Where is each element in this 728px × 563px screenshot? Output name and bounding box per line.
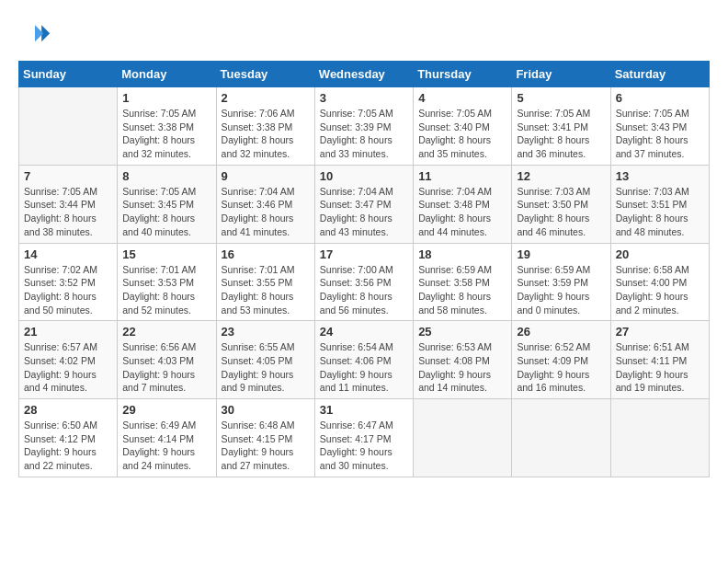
day-cell: 5Sunrise: 7:05 AM Sunset: 3:41 PM Daylig…	[512, 87, 610, 166]
day-cell: 1Sunrise: 7:05 AM Sunset: 3:38 PM Daylig…	[118, 87, 216, 166]
day-info: Sunrise: 7:05 AM Sunset: 3:40 PM Dayligh…	[418, 107, 506, 161]
day-number: 16	[222, 247, 310, 261]
day-cell: 3Sunrise: 7:05 AM Sunset: 3:39 PM Daylig…	[314, 87, 413, 166]
week-row-3: 14Sunrise: 7:02 AM Sunset: 3:52 PM Dayli…	[19, 243, 710, 321]
day-info: Sunrise: 6:50 AM Sunset: 4:12 PM Dayligh…	[24, 419, 112, 473]
day-number: 21	[24, 325, 112, 339]
day-info: Sunrise: 7:01 AM Sunset: 3:55 PM Dayligh…	[222, 263, 310, 317]
day-cell: 16Sunrise: 7:01 AM Sunset: 3:55 PM Dayli…	[216, 243, 314, 321]
day-cell: 17Sunrise: 7:00 AM Sunset: 3:56 PM Dayli…	[314, 243, 413, 321]
day-cell: 4Sunrise: 7:05 AM Sunset: 3:40 PM Daylig…	[414, 87, 512, 166]
day-info: Sunrise: 7:05 AM Sunset: 3:44 PM Dayligh…	[24, 185, 112, 239]
page-header	[18, 18, 710, 52]
day-cell: 28Sunrise: 6:50 AM Sunset: 4:12 PM Dayli…	[19, 399, 118, 477]
day-info: Sunrise: 6:59 AM Sunset: 3:59 PM Dayligh…	[517, 263, 605, 317]
day-number: 29	[122, 403, 210, 417]
header-monday: Monday	[118, 62, 216, 87]
week-row-1: 1Sunrise: 7:05 AM Sunset: 3:38 PM Daylig…	[19, 87, 710, 166]
day-number: 24	[320, 325, 408, 339]
day-info: Sunrise: 6:47 AM Sunset: 4:17 PM Dayligh…	[320, 419, 408, 473]
week-row-4: 21Sunrise: 6:57 AM Sunset: 4:02 PM Dayli…	[19, 321, 710, 399]
week-row-2: 7Sunrise: 7:05 AM Sunset: 3:44 PM Daylig…	[19, 165, 710, 243]
day-number: 8	[122, 169, 210, 183]
calendar-table: SundayMondayTuesdayWednesdayThursdayFrid…	[18, 61, 710, 477]
day-number: 11	[418, 169, 506, 183]
header-saturday: Saturday	[610, 62, 709, 87]
day-number: 9	[222, 169, 310, 183]
day-cell: 8Sunrise: 7:05 AM Sunset: 3:45 PM Daylig…	[118, 165, 216, 243]
day-info: Sunrise: 6:56 AM Sunset: 4:03 PM Dayligh…	[122, 340, 210, 395]
day-info: Sunrise: 7:00 AM Sunset: 3:56 PM Dayligh…	[320, 263, 408, 317]
day-cell: 30Sunrise: 6:48 AM Sunset: 4:15 PM Dayli…	[216, 399, 314, 477]
day-cell: 25Sunrise: 6:53 AM Sunset: 4:08 PM Dayli…	[414, 321, 512, 399]
day-number: 5	[517, 91, 605, 105]
day-number: 3	[320, 91, 408, 105]
day-cell: 12Sunrise: 7:03 AM Sunset: 3:50 PM Dayli…	[512, 165, 610, 243]
day-number: 7	[24, 169, 112, 183]
week-row-5: 28Sunrise: 6:50 AM Sunset: 4:12 PM Dayli…	[19, 399, 710, 477]
day-info: Sunrise: 7:01 AM Sunset: 3:53 PM Dayligh…	[122, 263, 210, 317]
day-number: 18	[418, 247, 506, 261]
day-number: 20	[616, 247, 704, 261]
header-wednesday: Wednesday	[314, 62, 413, 87]
day-cell: 13Sunrise: 7:03 AM Sunset: 3:51 PM Dayli…	[610, 165, 709, 243]
day-info: Sunrise: 6:58 AM Sunset: 4:00 PM Dayligh…	[616, 263, 704, 317]
day-info: Sunrise: 6:48 AM Sunset: 4:15 PM Dayligh…	[222, 419, 310, 473]
day-number: 28	[24, 403, 112, 417]
header-thursday: Thursday	[414, 62, 512, 87]
day-number: 1	[122, 91, 210, 105]
header-friday: Friday	[512, 62, 610, 87]
day-cell: 19Sunrise: 6:59 AM Sunset: 3:59 PM Dayli…	[512, 243, 610, 321]
day-cell: 27Sunrise: 6:51 AM Sunset: 4:11 PM Dayli…	[610, 321, 709, 399]
day-cell: 24Sunrise: 6:54 AM Sunset: 4:06 PM Dayli…	[314, 321, 413, 399]
day-info: Sunrise: 6:49 AM Sunset: 4:14 PM Dayligh…	[122, 419, 210, 473]
day-info: Sunrise: 7:04 AM Sunset: 3:46 PM Dayligh…	[222, 185, 310, 239]
day-number: 4	[418, 91, 506, 105]
day-cell: 15Sunrise: 7:01 AM Sunset: 3:53 PM Dayli…	[118, 243, 216, 321]
day-cell: 31Sunrise: 6:47 AM Sunset: 4:17 PM Dayli…	[314, 399, 413, 477]
header-sunday: Sunday	[19, 62, 118, 87]
day-cell	[19, 87, 118, 166]
day-cell: 7Sunrise: 7:05 AM Sunset: 3:44 PM Daylig…	[19, 165, 118, 243]
day-info: Sunrise: 7:02 AM Sunset: 3:52 PM Dayligh…	[24, 263, 112, 317]
day-info: Sunrise: 7:05 AM Sunset: 3:45 PM Dayligh…	[122, 185, 210, 239]
day-number: 14	[24, 247, 112, 261]
day-info: Sunrise: 6:55 AM Sunset: 4:05 PM Dayligh…	[222, 340, 310, 395]
day-cell: 21Sunrise: 6:57 AM Sunset: 4:02 PM Dayli…	[19, 321, 118, 399]
day-cell: 29Sunrise: 6:49 AM Sunset: 4:14 PM Dayli…	[118, 399, 216, 477]
logo-icon	[18, 18, 51, 52]
day-cell: 22Sunrise: 6:56 AM Sunset: 4:03 PM Dayli…	[118, 321, 216, 399]
day-cell	[414, 399, 512, 477]
day-cell: 10Sunrise: 7:04 AM Sunset: 3:47 PM Dayli…	[314, 165, 413, 243]
day-info: Sunrise: 6:57 AM Sunset: 4:02 PM Dayligh…	[24, 340, 112, 395]
day-info: Sunrise: 6:54 AM Sunset: 4:06 PM Dayligh…	[320, 340, 408, 395]
day-info: Sunrise: 6:52 AM Sunset: 4:09 PM Dayligh…	[517, 340, 605, 395]
day-cell: 6Sunrise: 7:05 AM Sunset: 3:43 PM Daylig…	[610, 87, 709, 166]
day-number: 31	[320, 403, 408, 417]
day-number: 2	[222, 91, 310, 105]
day-number: 23	[222, 325, 310, 339]
day-cell: 23Sunrise: 6:55 AM Sunset: 4:05 PM Dayli…	[216, 321, 314, 399]
day-cell	[610, 399, 709, 477]
day-number: 15	[122, 247, 210, 261]
day-info: Sunrise: 7:05 AM Sunset: 3:41 PM Dayligh…	[517, 107, 605, 161]
day-info: Sunrise: 7:04 AM Sunset: 3:48 PM Dayligh…	[418, 185, 506, 239]
day-info: Sunrise: 7:06 AM Sunset: 3:38 PM Dayligh…	[222, 107, 310, 161]
day-number: 13	[616, 169, 704, 183]
day-info: Sunrise: 7:03 AM Sunset: 3:51 PM Dayligh…	[616, 185, 704, 239]
day-cell: 14Sunrise: 7:02 AM Sunset: 3:52 PM Dayli…	[19, 243, 118, 321]
logo	[18, 18, 55, 52]
day-number: 17	[320, 247, 408, 261]
day-cell: 20Sunrise: 6:58 AM Sunset: 4:00 PM Dayli…	[610, 243, 709, 321]
day-number: 27	[616, 325, 704, 339]
day-info: Sunrise: 7:05 AM Sunset: 3:39 PM Dayligh…	[320, 107, 408, 161]
day-info: Sunrise: 7:03 AM Sunset: 3:50 PM Dayligh…	[517, 185, 605, 239]
day-cell	[512, 399, 610, 477]
day-cell: 26Sunrise: 6:52 AM Sunset: 4:09 PM Dayli…	[512, 321, 610, 399]
day-info: Sunrise: 7:05 AM Sunset: 3:43 PM Dayligh…	[616, 107, 704, 161]
day-info: Sunrise: 6:53 AM Sunset: 4:08 PM Dayligh…	[418, 340, 506, 395]
day-cell: 11Sunrise: 7:04 AM Sunset: 3:48 PM Dayli…	[414, 165, 512, 243]
day-cell: 18Sunrise: 6:59 AM Sunset: 3:58 PM Dayli…	[414, 243, 512, 321]
day-number: 30	[222, 403, 310, 417]
day-cell: 9Sunrise: 7:04 AM Sunset: 3:46 PM Daylig…	[216, 165, 314, 243]
